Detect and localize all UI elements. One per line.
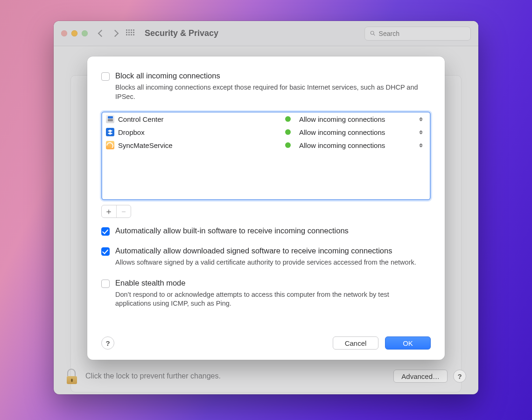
block-all-checkbox[interactable]: [101, 72, 110, 81]
status-popup-button[interactable]: [419, 129, 423, 136]
status-dot-icon: [285, 116, 291, 122]
auto-signed-checkbox[interactable]: [101, 247, 110, 256]
ok-button[interactable]: OK: [385, 336, 431, 350]
app-status: Allow incoming connections: [299, 128, 415, 136]
firewall-options-sheet: Block all incoming connections Blocks al…: [87, 56, 445, 360]
window-title: Security & Privacy: [145, 28, 218, 38]
add-remove-buttons: ＋ －: [101, 205, 131, 218]
search-input[interactable]: [379, 30, 466, 37]
app-status: Allow incoming connections: [299, 141, 415, 149]
auto-builtin-label: Automatically allow built-in software to…: [115, 226, 349, 235]
status-popup-button[interactable]: [419, 142, 423, 149]
app-icon: [106, 115, 114, 123]
lock-row: Click the lock to prevent further change…: [66, 368, 466, 384]
app-row[interactable]: DropboxAllow incoming connections: [102, 126, 430, 139]
auto-builtin-checkbox[interactable]: [101, 227, 110, 236]
preferences-window: Security & Privacy Click the lock to pre…: [54, 21, 478, 394]
app-name: Control Center: [118, 115, 272, 123]
auto-signed-desc: Allows software signed by a valid certif…: [115, 258, 416, 267]
app-name: Dropbox: [118, 128, 272, 136]
app-icon: [106, 128, 114, 136]
stealth-checkbox[interactable]: [101, 280, 110, 288]
auto-signed-label: Automatically allow downloaded signed so…: [115, 246, 416, 255]
minimize-window-button[interactable]: [71, 30, 77, 36]
remove-app-button[interactable]: －: [117, 205, 131, 217]
svg-line-1: [373, 34, 375, 35]
stealth-label: Enable stealth mode: [115, 279, 423, 287]
nav-buttons: [99, 31, 118, 36]
search-icon: [370, 30, 376, 37]
status-dot-icon: [285, 129, 291, 135]
stealth-desc: Don’t respond to or acknowledge attempts…: [115, 290, 423, 308]
back-button[interactable]: [98, 30, 105, 37]
block-all-desc: Blocks all incoming connections except t…: [115, 83, 423, 101]
status-popup-button[interactable]: [419, 116, 423, 123]
apps-listbox[interactable]: Control CenterAllow incoming connections…: [101, 112, 431, 200]
auto-builtin-option: Automatically allow built-in software to…: [101, 226, 431, 235]
search-field[interactable]: [364, 27, 471, 41]
sheet-button-bar: ? Cancel OK: [101, 336, 431, 350]
lock-text: Click the lock to prevent further change…: [85, 372, 221, 380]
stealth-option: Enable stealth mode Don’t respond to or …: [101, 279, 431, 308]
app-status: Allow incoming connections: [299, 115, 415, 123]
advanced-button[interactable]: Advanced…: [393, 370, 448, 383]
cancel-button[interactable]: Cancel: [333, 336, 378, 350]
sheet-help-button[interactable]: ?: [101, 336, 114, 350]
close-window-button[interactable]: [61, 30, 67, 36]
window-controls: [61, 30, 88, 36]
svg-point-0: [371, 31, 374, 35]
zoom-window-button[interactable]: [82, 30, 88, 36]
app-row[interactable]: Control CenterAllow incoming connections: [102, 112, 430, 126]
help-button[interactable]: ?: [453, 370, 466, 383]
titlebar: Security & Privacy: [54, 21, 478, 46]
auto-signed-option: Automatically allow downloaded signed so…: [101, 246, 431, 267]
app-row[interactable]: SyncMateServiceAllow incoming connection…: [102, 139, 430, 152]
status-dot-icon: [285, 142, 291, 148]
app-name: SyncMateService: [118, 141, 272, 149]
show-all-button[interactable]: [126, 29, 134, 38]
block-all-option: Block all incoming connections Blocks al…: [101, 71, 431, 101]
forward-button[interactable]: [112, 30, 119, 37]
block-all-label: Block all incoming connections: [115, 71, 423, 80]
app-icon: [106, 141, 114, 149]
add-app-button[interactable]: ＋: [102, 205, 117, 217]
lock-icon[interactable]: [66, 368, 80, 384]
